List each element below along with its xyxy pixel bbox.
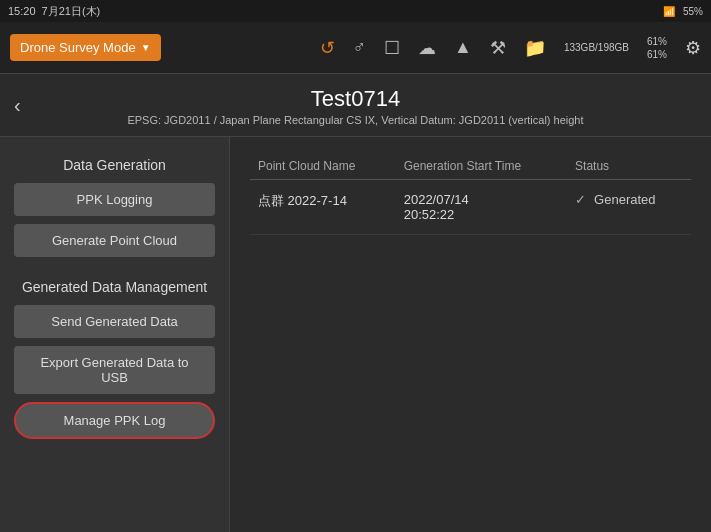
usb-icon[interactable]: ♂ (353, 37, 367, 58)
battery-level-1: 61% (647, 35, 667, 48)
generate-point-cloud-button[interactable]: Generate Point Cloud (14, 224, 215, 257)
table-row: 点群 2022-7-14 2022/07/14 20:52:22 ✓ Gener… (250, 180, 691, 235)
send-generated-data-button[interactable]: Send Generated Data (14, 305, 215, 338)
ppk-logging-button[interactable]: PPK Logging (14, 183, 215, 216)
table-header: Point Cloud Name Generation Start Time S… (250, 153, 691, 180)
cell-generation-start-time: 2022/07/14 20:52:22 (396, 180, 567, 235)
settings-icon[interactable]: ⚙ (685, 37, 701, 59)
data-generation-title: Data Generation (14, 157, 215, 173)
col-header-status: Status (567, 153, 691, 180)
sim-icon[interactable]: ☐ (384, 37, 400, 59)
time-display: 15:20 (8, 5, 36, 17)
table-body: 点群 2022-7-14 2022/07/14 20:52:22 ✓ Gener… (250, 180, 691, 235)
page-subtitle: EPSG: JGD2011 / Japan Plane Rectangular … (20, 114, 691, 126)
status-bar-right: 📶 55% (663, 6, 703, 17)
manage-ppk-log-button[interactable]: Manage PPK Log (14, 402, 215, 439)
battery-display: 55% (683, 6, 703, 17)
sidebar: Data Generation PPK Logging Generate Poi… (0, 137, 230, 532)
col-header-start-time: Generation Start Time (396, 153, 567, 180)
page-title: Test0714 (20, 86, 691, 112)
date-display: 7月21日(木) (42, 4, 101, 19)
export-generated-data-button[interactable]: Export Generated Data to USB (14, 346, 215, 394)
toolbar-icons: ↺ ♂ ☐ ☁ ▲ ⚒ 📁 133GB/198GB 61% 61% ⚙ (320, 35, 701, 61)
point-cloud-table: Point Cloud Name Generation Start Time S… (250, 153, 691, 235)
wifi-icon: 📶 (663, 6, 675, 17)
back-icon: ‹ (14, 94, 21, 116)
wrench-icon[interactable]: ⚒ (490, 37, 506, 59)
page-header: ‹ Test0714 EPSG: JGD2011 / Japan Plane R… (0, 74, 711, 137)
status-label: Generated (594, 192, 655, 207)
col-header-name: Point Cloud Name (250, 153, 396, 180)
toolbar: Drone Survey Mode ▼ ↺ ♂ ☐ ☁ ▲ ⚒ 📁 133GB/… (0, 22, 711, 74)
body-with-sidebar: Data Generation PPK Logging Generate Poi… (0, 137, 711, 532)
folder-icon[interactable]: 📁 (524, 37, 546, 59)
drone-mode-label: Drone Survey Mode (20, 40, 136, 55)
content-area: ‹ Test0714 EPSG: JGD2011 / Japan Plane R… (0, 74, 711, 532)
main-area: ‹ Test0714 EPSG: JGD2011 / Japan Plane R… (0, 74, 711, 532)
sync-icon[interactable]: ↺ (320, 37, 335, 59)
storage-info: 133GB/198GB (564, 41, 629, 54)
status-bar-left: 15:20 7月21日(木) (8, 4, 100, 19)
cell-point-cloud-name: 点群 2022-7-14 (250, 180, 396, 235)
cloud-icon[interactable]: ☁ (418, 37, 436, 59)
status-generated: ✓ Generated (575, 192, 683, 207)
back-button[interactable]: ‹ (14, 94, 21, 117)
drone-mode-button[interactable]: Drone Survey Mode ▼ (10, 34, 161, 61)
storage-display: 133GB/198GB (564, 41, 629, 54)
signal-icon[interactable]: ▲ (454, 37, 472, 58)
cell-status: ✓ Generated (567, 180, 691, 235)
battery-level-2: 61% (647, 48, 667, 61)
dropdown-arrow-icon: ▼ (141, 42, 151, 53)
checkmark-icon: ✓ (575, 192, 586, 207)
table-area: Point Cloud Name Generation Start Time S… (230, 137, 711, 532)
generated-data-management-title: Generated Data Management (14, 279, 215, 295)
battery-info: 61% 61% (647, 35, 667, 61)
status-bar: 15:20 7月21日(木) 📶 55% (0, 0, 711, 22)
